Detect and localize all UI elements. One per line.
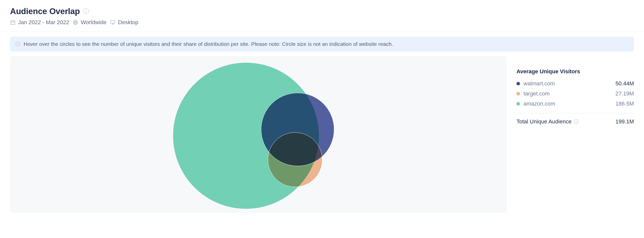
svg-rect-2 (111, 21, 115, 23)
legend-name: amazon.com (524, 100, 555, 107)
legend-name: target.com (524, 90, 550, 97)
legend-dot-icon (516, 102, 520, 106)
venn-set-target[interactable] (268, 132, 322, 187)
desktop-icon (110, 20, 115, 25)
venn-chart[interactable] (10, 56, 507, 213)
globe-icon (73, 20, 78, 25)
total-label: Total Unique Audience (516, 118, 572, 125)
legend-dot-icon (516, 82, 520, 85)
legend-value: 27.19M (616, 90, 634, 97)
divider (516, 113, 634, 113)
region[interactable]: Worldwide (73, 19, 106, 26)
notice-banner: i Hover over the circles to see the numb… (10, 37, 634, 52)
calendar-icon (10, 20, 16, 25)
legend-name: walmart.com (524, 80, 555, 87)
device[interactable]: Desktop (110, 19, 138, 26)
venn-svg (171, 60, 347, 209)
legend-value: 50.44M (616, 80, 634, 87)
info-icon[interactable]: i (574, 119, 579, 124)
total-row: Total Unique Audience i 199.1M (516, 118, 634, 125)
svg-rect-0 (11, 21, 15, 25)
info-icon: i (16, 42, 20, 46)
header: Audience Overlap i Jan 2022 - Mar 2022 W… (5, 4, 639, 31)
legend-row-amazon[interactable]: amazon.com 186.5M (516, 100, 634, 107)
region-label: Worldwide (81, 19, 106, 26)
date-range[interactable]: Jan 2022 - Mar 2022 (10, 19, 69, 26)
total-value: 199.1M (616, 118, 634, 125)
legend-row-target[interactable]: target.com 27.19M (516, 90, 634, 97)
legend-value: 186.5M (616, 100, 634, 107)
date-range-label: Jan 2022 - Mar 2022 (18, 19, 69, 26)
meta-row: Jan 2022 - Mar 2022 Worldwide Desktop (10, 19, 635, 26)
page-title: Audience Overlap (10, 7, 80, 16)
legend-row-walmart[interactable]: walmart.com 50.44M (516, 80, 634, 87)
legend-panel: Average Unique Visitors walmart.com 50.4… (516, 56, 634, 213)
notice-text: Hover over the circles to see the number… (24, 41, 393, 47)
legend-title: Average Unique Visitors (516, 68, 634, 75)
legend-dot-icon (516, 92, 520, 95)
device-label: Desktop (118, 19, 138, 26)
info-icon[interactable]: i (83, 9, 89, 14)
